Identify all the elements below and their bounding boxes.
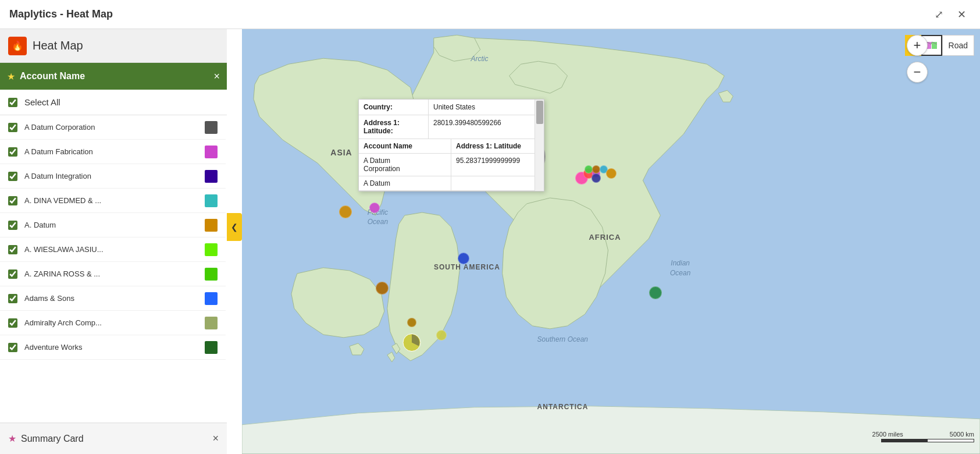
account-checkbox[interactable]	[8, 147, 17, 157]
road-label: Road	[942, 35, 974, 56]
account-color-swatch	[205, 170, 218, 183]
account-checkbox[interactable]	[8, 245, 17, 254]
account-color-swatch	[205, 292, 218, 305]
map-marker[interactable]	[376, 282, 389, 295]
collapse-chevron-icon: ❮	[231, 222, 238, 232]
collapse-panel-button[interactable]: ❮	[227, 213, 242, 241]
popup-address-label: Address 1:Latitude:	[359, 115, 429, 139]
zoom-out-button[interactable]: −	[907, 62, 928, 83]
scale-labels: 2500 miles 5000 km	[872, 431, 974, 438]
zoom-controls: + −	[907, 35, 928, 83]
scale-label-km: 5000 km	[950, 431, 974, 438]
account-list-item[interactable]: A Datum Corporation	[0, 115, 226, 140]
zoom-in-button[interactable]: +	[907, 35, 928, 56]
popup-scroll-thumb[interactable]	[536, 101, 543, 124]
account-item-name: Adventure Works	[24, 343, 205, 352]
account-color-swatch	[205, 317, 218, 329]
pie-chart-marker[interactable]	[402, 334, 421, 354]
map-marker[interactable]	[339, 205, 352, 218]
summary-card-label: Summary Card	[21, 434, 212, 444]
popup-country-value: United States	[429, 100, 544, 115]
account-checkbox[interactable]	[8, 343, 17, 352]
account-item-name: A Datum Integration	[24, 172, 205, 180]
account-list-item[interactable]: A. DINA VEDMED & ...	[0, 189, 226, 213]
popup-th-account: Account Name	[359, 139, 451, 153]
summary-card-close-button[interactable]: ×	[212, 432, 219, 445]
app-title: Maplytics - Heat Map	[9, 8, 113, 20]
account-name-close-button[interactable]: ×	[213, 71, 220, 81]
popup-country-label: Country:	[359, 100, 429, 115]
popup-td-lat-2	[451, 176, 544, 190]
account-list-item[interactable]: Adventure Works	[0, 335, 226, 360]
select-all-checkbox[interactable]	[8, 98, 17, 107]
account-list: A Datum Corporation A Datum Fabrication …	[0, 115, 227, 423]
account-checkbox[interactable]	[8, 294, 17, 303]
popup-address-row: Address 1:Latitude: 28019.399480599266	[359, 115, 544, 139]
select-all-row[interactable]: Select All	[0, 90, 227, 115]
close-window-button[interactable]: ✕	[953, 6, 971, 23]
title-bar-controls: ⤢ ✕	[930, 6, 971, 23]
account-checkbox[interactable]	[8, 318, 17, 328]
account-checkbox[interactable]	[8, 123, 17, 132]
left-panel: 🔥 Heat Map ★ Account Name × Select All A…	[0, 29, 227, 454]
popup-address-value: 28019.399480599266	[429, 115, 544, 139]
summary-card-bar: ★ Summary Card ×	[0, 423, 227, 454]
map-marker[interactable]	[649, 286, 662, 299]
account-item-name: A. Datum	[24, 221, 205, 229]
map-background[interactable]: ASIA AFRICA SOUTH AMERICA ANTARCTICA Pac…	[242, 29, 980, 454]
account-checkbox[interactable]	[8, 172, 17, 181]
account-item-name: A. WIESLAWA JASIU...	[24, 245, 205, 254]
expand-button[interactable]: ⤢	[930, 6, 948, 23]
popup-th-address: Address 1: Latitude	[451, 139, 544, 153]
popup-td-account-1: A DatumCorporation	[359, 154, 451, 176]
popup-scrollbar[interactable]	[534, 100, 544, 191]
account-list-item[interactable]: A. Datum	[0, 213, 226, 237]
account-item-name: A. ZARINA ROSS & ...	[24, 269, 205, 278]
account-checkbox[interactable]	[8, 196, 17, 205]
map-marker[interactable]	[436, 330, 447, 340]
map-marker[interactable]	[369, 203, 380, 213]
account-name-bar: ★ Account Name ×	[0, 63, 227, 90]
popup-country-row: Country: United States	[359, 100, 544, 115]
account-list-item[interactable]: A. ZARINA ROSS & ...	[0, 262, 226, 286]
title-bar: Maplytics - Heat Map ⤢ ✕	[0, 0, 980, 29]
account-item-name: Adams & Sons	[24, 294, 205, 303]
account-checkbox[interactable]	[8, 269, 17, 279]
account-color-swatch	[205, 268, 218, 281]
heat-map-icon: 🔥	[8, 37, 27, 55]
popup-td-lat-1: 95.28371999999999	[451, 154, 544, 176]
account-list-item[interactable]: Adams & Sons	[0, 286, 226, 311]
account-list-item[interactable]: A Datum Integration	[0, 164, 226, 189]
account-list-wrapper: A Datum Corporation A Datum Fabrication …	[0, 115, 227, 423]
account-checkbox[interactable]	[8, 221, 17, 230]
map-svg	[242, 29, 980, 454]
account-color-swatch	[205, 341, 218, 354]
map-marker[interactable]	[606, 168, 616, 179]
account-item-name: A. DINA VEDMED & ...	[24, 196, 205, 205]
popup-tr-1: A DatumCorporation 95.28371999999999	[359, 154, 544, 176]
account-color-swatch	[205, 243, 218, 256]
account-list-item[interactable]: A Datum Fabrication	[0, 140, 226, 164]
map-area: ASIA AFRICA SOUTH AMERICA ANTARCTICA Pac…	[242, 29, 980, 454]
account-color-swatch	[205, 194, 218, 207]
map-marker[interactable]	[591, 173, 601, 183]
account-name-star-icon: ★	[7, 71, 15, 82]
account-list-item[interactable]: Admiralty Arch Comp...	[0, 311, 226, 335]
map-marker[interactable]	[407, 318, 416, 327]
account-color-swatch	[205, 121, 218, 134]
scale-bar: 2500 miles 5000 km	[872, 431, 974, 442]
heat-map-header: 🔥 Heat Map	[0, 29, 227, 63]
popup-tr-2: A Datum	[359, 176, 544, 191]
select-all-label: Select All	[24, 97, 60, 107]
heat-map-title: Heat Map	[33, 39, 83, 52]
scale-line	[881, 439, 974, 442]
map-marker[interactable]	[458, 253, 469, 264]
map-popup: Country: United States Address 1:Latitud…	[358, 99, 544, 191]
account-item-name: Admiralty Arch Comp...	[24, 318, 205, 327]
account-color-swatch	[205, 219, 218, 232]
account-list-item[interactable]: A. WIESLAWA JASIU...	[0, 237, 226, 262]
account-item-name: A Datum Fabrication	[24, 147, 205, 156]
account-name-label: Account Name	[20, 71, 213, 81]
popup-td-account-2: A Datum	[359, 176, 451, 190]
account-color-swatch	[205, 146, 218, 158]
